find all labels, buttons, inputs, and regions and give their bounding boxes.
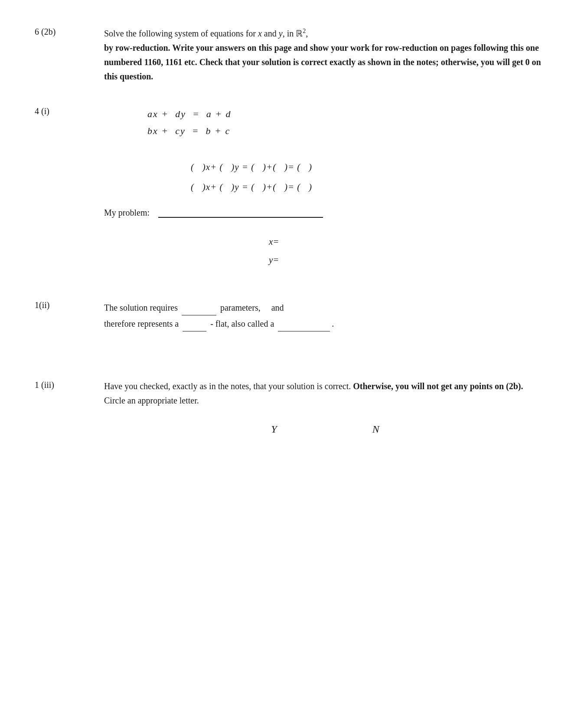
y-answer: y= bbox=[269, 251, 546, 269]
blank-parameters bbox=[182, 299, 216, 315]
q1-text: Solve the following system of equations … bbox=[104, 26, 546, 84]
q4-label: 1 (iii) bbox=[35, 379, 104, 390]
q4-text-normal: Have you checked, exactly as in the note… bbox=[104, 381, 351, 391]
yn-row: Y N bbox=[104, 421, 546, 437]
blank-flat-name bbox=[278, 315, 330, 331]
q3-line1: The solution requires parameters, and bbox=[104, 303, 284, 312]
q3-line2: therefore represents a - flat, also call… bbox=[104, 319, 334, 328]
q1-text-normal: Solve the following system of equations … bbox=[104, 29, 308, 38]
eq-line-2: bx + cy = b + c bbox=[147, 122, 546, 140]
answer-y: Y bbox=[271, 421, 277, 437]
eq-blank-1: ( )x+ ( )y = ( )+( )= ( ) bbox=[191, 157, 546, 177]
equations-area: ax + dy = a + d bx + cy = b + c ( )x+ ( … bbox=[104, 105, 546, 269]
spacer-1 bbox=[35, 278, 546, 299]
eq-line-1: ax + dy = a + d bbox=[147, 105, 546, 123]
my-problem-row: My problem: bbox=[104, 206, 546, 220]
eq-blank-section: ( )x+ ( )y = ( )+( )= ( ) ( )x+ ( )y = (… bbox=[191, 157, 546, 197]
q2-label: 4 (i) bbox=[35, 105, 104, 116]
q1-label: 6 (2b) bbox=[35, 26, 104, 37]
spacer-2 bbox=[35, 353, 546, 379]
question-block-3: 1(ii) The solution requires parameters, … bbox=[35, 299, 546, 331]
q4-text: Have you checked, exactly as in the note… bbox=[104, 379, 546, 408]
q4-text-normal2: Circle an appropriate letter. bbox=[104, 396, 199, 405]
q3-text: The solution requires parameters, and th… bbox=[104, 299, 546, 331]
page-content: 6 (2b) Solve the following system of equ… bbox=[35, 26, 546, 438]
x-answer: x= bbox=[269, 233, 546, 251]
my-problem-underline bbox=[158, 217, 323, 218]
q3-label: 1(ii) bbox=[35, 299, 104, 310]
blank-flat-num bbox=[183, 315, 206, 331]
q4-text-bold: Otherwise, you will not get any points o… bbox=[353, 381, 523, 391]
question-block-1: 6 (2b) Solve the following system of equ… bbox=[35, 26, 546, 84]
q1-body: Solve the following system of equations … bbox=[104, 26, 546, 84]
q3-body: The solution requires parameters, and th… bbox=[104, 299, 546, 331]
eq-blank-2: ( )x+ ( )y = ( )+( )= ( ) bbox=[191, 177, 546, 197]
my-problem-label: My problem: bbox=[104, 206, 150, 220]
answer-n: N bbox=[372, 421, 379, 437]
question-block-4: 1 (iii) Have you checked, exactly as in … bbox=[35, 379, 546, 437]
xy-answers: x= y= bbox=[269, 233, 546, 269]
q4-body: Have you checked, exactly as in the note… bbox=[104, 379, 546, 437]
q1-text-bold: by row-reduction. Write your answers on … bbox=[104, 43, 541, 81]
q2-body: ax + dy = a + d bx + cy = b + c ( )x+ ( … bbox=[104, 105, 546, 269]
eq-system: ax + dy = a + d bx + cy = b + c bbox=[147, 105, 546, 140]
question-block-2: 4 (i) ax + dy = a + d bx + cy = b + c ( … bbox=[35, 105, 546, 269]
